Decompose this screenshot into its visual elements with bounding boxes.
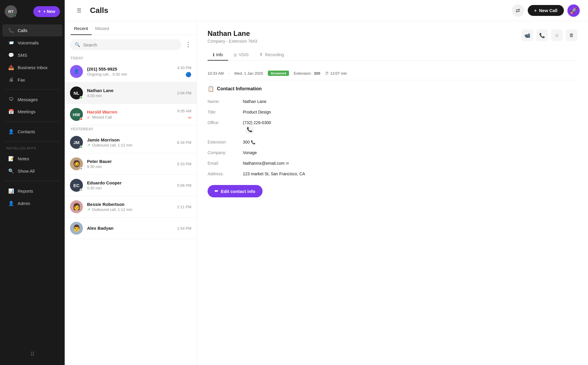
delete-button[interactable]: 🗑 [566,29,577,41]
vgis-icon: ◎ [233,52,237,57]
call-info: Jamie Morrison ↗ Outbound call, 1:12 min [87,137,173,147]
online-dot-indicator [14,14,16,17]
voicemail-icon: ∞ [188,115,191,120]
sidebar-item-show-all[interactable]: 🔍 Show All [2,165,62,177]
avatar[interactable]: RT [5,5,17,18]
divider-3 [5,141,60,142]
clock-icon: ⏱ [325,71,329,76]
missed-arrow-icon: ↙ [87,115,90,119]
field-label: Title: [208,107,243,117]
sidebar-item-calls[interactable]: 📞 Calls [2,24,62,36]
sidebar-item-messages[interactable]: 🗨 Messages [2,94,62,105]
edit-contact-button[interactable]: ✏ Edit contact info [208,185,263,197]
sidebar-item-notes[interactable]: 📝 Notes [2,153,62,165]
contact-sub: Company - Extension 7643 [208,39,257,44]
call-name: Nathan Lane [87,88,173,93]
sidebar-bottom: ⠿ [0,346,65,365]
search-input[interactable] [83,42,177,47]
tab-recording[interactable]: 🎙 Recording [254,49,289,61]
grid-icon[interactable]: ⠿ [30,351,35,358]
more-options-button[interactable]: ⋮ [185,41,191,49]
tab-missed[interactable]: Missed [92,21,113,35]
call-meta: ↙ Missed Call [87,115,173,119]
call-avatar: JM [70,136,83,149]
video-call-button[interactable]: 📹 [522,29,533,41]
detail-panel: Nathan Lane Company - Extension 7643 📹 📞… [197,21,588,365]
sms-icon: 💬 [8,52,14,58]
divider-1 [5,89,60,90]
call-right: 9:35 AM ∞ [177,109,191,120]
search-row: 🔍 ⋮ [65,35,197,54]
call-right: 5:33 PM [177,162,191,166]
sidebar-item-contacts[interactable]: 👤 Contacts [2,126,62,138]
sidebar-item-sms[interactable]: 💬 SMS [2,49,62,61]
sidebar-item-business-inbox[interactable]: 📥 Business Inbox [2,61,62,74]
status-dot [80,146,83,149]
extension-label: Extension: 300 [294,71,320,76]
call-item[interactable]: 👩 Bessie Robertson ↗ Outbound call, 1:12… [65,196,197,218]
main-content: ☰ Calls ⇄ + New Call 🚀 Recent [65,0,588,365]
main-nav: 📞 Calls 📨 Voicemails 💬 SMS 📥 Business In… [0,23,65,87]
status-badge: Answered [268,71,289,76]
rocket-button[interactable]: 🚀 [567,4,580,17]
call-item[interactable]: JM Jamie Morrison ↗ Outbound call, 1:12 … [65,132,197,153]
call-office-button[interactable]: 📞 [245,125,254,134]
detail-tabs: ℹ Info ◎ VGIS 🎙 Recording [208,49,577,61]
table-row: Company: Vonage [208,147,577,158]
tab-info[interactable]: ℹ Info [208,49,228,61]
calls-tabs: Recent Missed [65,21,197,35]
call-meta: Ongoing call... 0:30 min [87,72,173,76]
call-item[interactable]: 🧔 Peter Bauer 9:30 min 5:33 PM [65,153,197,175]
sidebar-item-admin[interactable]: 👤 Admin [2,197,62,209]
field-value: 123 market St, San Francisco, CA [243,169,577,179]
tab-recent[interactable]: Recent [71,21,92,35]
sidebar-item-reports[interactable]: 📊 Reports [2,185,62,197]
sync-button[interactable]: ⇄ [512,4,524,17]
new-call-button[interactable]: + New Call [528,5,564,16]
call-meta: 0:30 min [87,186,173,190]
show-all-icon: 🔍 [8,168,14,174]
call-right: 5:06 PM [177,183,191,188]
search-icon: 🔍 [75,42,80,47]
new-button[interactable]: + + New [33,6,60,17]
menu-button[interactable]: ☰ [73,4,85,17]
field-label: Email: [208,158,243,169]
outbound-arrow-icon: ↗ [87,143,90,147]
call-time: 10:33 AM [208,71,224,76]
plus-icon: + [534,8,537,13]
call-item[interactable]: EC Eduardo Cooper 0:30 min 5:06 PM [65,175,197,196]
inbox-icon: 📥 [8,65,14,70]
call-name: Harold Warren [87,109,173,114]
rocket-icon: 🚀 [570,7,577,14]
meetings-icon: 📅 [8,109,14,114]
call-meta: ↗ Outbound call, 1:12 min [87,207,173,212]
outbound-arrow-icon: ↗ [87,207,90,212]
status-dot [80,167,83,170]
status-dot [80,118,83,121]
tab-vgis[interactable]: ◎ VGIS [228,49,254,61]
contacts-nav: 👤 Contacts [0,124,65,139]
call-info: Harold Warren ↙ Missed Call [87,109,173,119]
contacts-icon: 👤 [8,129,14,134]
call-item[interactable]: 👤 (201) 555-9925 Ongoing call... 0:30 mi… [65,61,197,82]
sidebar-item-meetings[interactable]: 📅 Meetings [2,106,62,118]
call-avatar: NL [70,86,83,99]
edit-icon: ✏ [215,189,218,194]
page-title: Calls [90,6,108,15]
field-value: Vonage [243,147,577,158]
table-row: Extension: 300 📞 [208,137,577,147]
table-row: Office: (732) 226-0300 📞 [208,117,577,137]
sidebar-item-fax[interactable]: 🖨 Fax [2,74,62,86]
call-meta: 9:30 min [87,164,173,169]
call-item[interactable]: 👨 Alex Badyan 1:54 PM [65,218,197,239]
call-button[interactable]: 📞 [536,29,548,41]
call-item[interactable]: NL Nathan Lane 4:20 min 2:04 PM [65,82,197,104]
call-item[interactable]: HW Harold Warren ↙ Missed Call 9:35 AM ∞ [65,104,197,125]
table-row: Email: Nathanmx@email.com ✉ [208,158,577,169]
star-button[interactable]: ☆ [551,29,563,41]
contact-name: Nathan Lane [208,29,257,38]
info-icon: ℹ [213,52,214,57]
sidebar-item-voicemails[interactable]: 📨 Voicemails [2,37,62,49]
today-label: TODAY [65,54,197,61]
call-name: Bessie Robertson [87,202,173,207]
